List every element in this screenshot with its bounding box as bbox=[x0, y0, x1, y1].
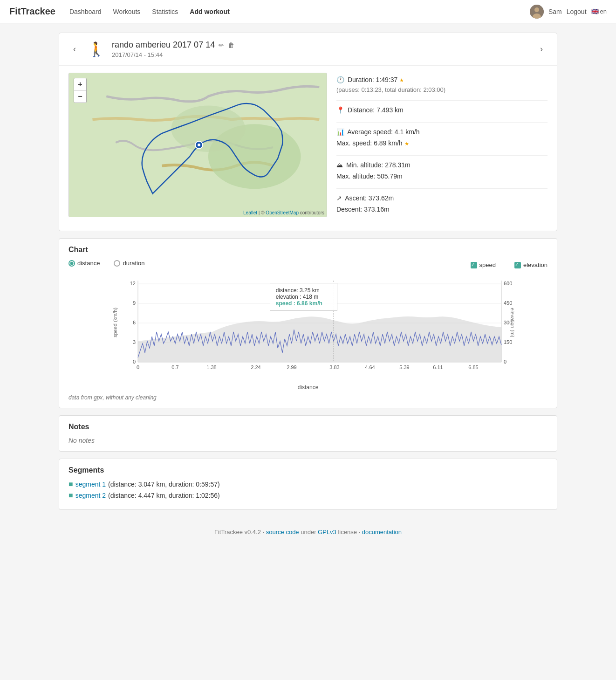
leaflet-link[interactable]: Leaflet bbox=[243, 210, 257, 215]
elevation-group: ↗ Ascent: 373.62m Descent: 373.16m bbox=[336, 193, 548, 214]
max-speed-line: Max. speed: 6.89 km/h ★ bbox=[336, 138, 548, 148]
footer: FitTrackee v0.4.2 · source code under GP… bbox=[0, 519, 616, 545]
stats-panel: 🕐 Duration: 1:49:37 ★ (pauses: 0:13:23, … bbox=[336, 73, 548, 224]
elevation-checkbox-label: elevation bbox=[523, 261, 548, 268]
speed-checkbox[interactable] bbox=[471, 262, 477, 268]
nav-links: Dashboard Workouts Statistics Add workou… bbox=[65, 6, 530, 18]
nav-workouts[interactable]: Workouts bbox=[108, 6, 145, 18]
svg-text:0: 0 bbox=[504, 359, 506, 364]
duration-radio-group[interactable]: duration bbox=[114, 260, 144, 267]
segments-title: Segments bbox=[68, 466, 548, 474]
brand-logo[interactable]: FitTrackee bbox=[9, 6, 55, 17]
segment-1-link[interactable]: segment 1 bbox=[75, 481, 106, 488]
speed-checkbox-group[interactable]: speed bbox=[471, 261, 496, 268]
distance-radio-group[interactable]: distance bbox=[68, 260, 100, 267]
elevation-checkbox-group[interactable]: elevation bbox=[514, 261, 548, 268]
distance-radio[interactable] bbox=[68, 260, 75, 267]
edit-icon[interactable]: ✏ bbox=[219, 41, 224, 49]
chart-section: Chart distance duration speed eleva bbox=[59, 238, 557, 408]
contributors-text: contributors bbox=[300, 210, 324, 215]
chart-title: Chart bbox=[68, 246, 548, 254]
divider-4 bbox=[336, 188, 548, 189]
svg-text:450: 450 bbox=[504, 300, 512, 306]
chart-area: 0 3 6 9 12 0 150 300 450 600 0 0.7 1.38 … bbox=[68, 276, 548, 383]
speed-icon: 📊 bbox=[336, 128, 344, 136]
chart-controls: distance duration bbox=[68, 260, 144, 267]
star-icon-speed: ★ bbox=[404, 141, 409, 146]
nav-dashboard[interactable]: Dashboard bbox=[65, 6, 106, 18]
avg-speed-label: Average speed: 4.1 km/h bbox=[347, 128, 419, 136]
notes-content: No notes bbox=[68, 437, 548, 444]
svg-text:600: 600 bbox=[504, 281, 512, 286]
segment-item-1: ■ segment 1 (distance: 3.047 km, duratio… bbox=[68, 480, 548, 488]
nav-username[interactable]: Sam bbox=[548, 8, 562, 15]
elevation-checkbox[interactable] bbox=[514, 262, 521, 268]
workout-header: ‹ 🚶 rando amberieu 2017 07 14 ✏ 🗑 2017/0… bbox=[59, 33, 557, 66]
main-container: ‹ 🚶 rando amberieu 2017 07 14 ✏ 🗑 2017/0… bbox=[52, 33, 564, 510]
nav-statistics[interactable]: Statistics bbox=[147, 6, 183, 18]
svg-text:1.38: 1.38 bbox=[206, 364, 216, 370]
svg-text:5.39: 5.39 bbox=[399, 364, 409, 370]
duration-note: (pauses: 0:13:23, total duration: 2:03:0… bbox=[336, 86, 548, 93]
zoom-in-button[interactable]: + bbox=[74, 78, 86, 90]
delete-icon[interactable]: 🗑 bbox=[228, 41, 234, 49]
divider-2 bbox=[336, 122, 548, 123]
workout-title: rando amberieu 2017 07 14 ✏ 🗑 bbox=[112, 40, 535, 50]
map-attribution: Leaflet | © OpenStreetMap contributors bbox=[243, 210, 324, 215]
license-link[interactable]: GPLv3 bbox=[318, 529, 336, 536]
svg-text:0: 0 bbox=[137, 364, 139, 370]
min-alt-line: ⛰ Min. altitude: 278.31m bbox=[336, 160, 548, 170]
svg-point-1 bbox=[534, 7, 539, 12]
x-axis-label: distance bbox=[68, 384, 548, 391]
max-alt-line: Max. altitude: 505.79m bbox=[336, 172, 548, 181]
svg-text:9: 9 bbox=[133, 300, 136, 306]
svg-text:3: 3 bbox=[133, 339, 136, 345]
distance-label: Distance: 7.493 km bbox=[348, 106, 404, 114]
speed-checkbox-label: speed bbox=[479, 261, 496, 268]
svg-point-7 bbox=[198, 144, 200, 146]
prev-workout-button[interactable]: ‹ bbox=[68, 42, 81, 56]
svg-text:12: 12 bbox=[130, 281, 136, 286]
source-code-link[interactable]: source code bbox=[266, 529, 299, 536]
segment-2-link[interactable]: segment 2 bbox=[75, 492, 106, 499]
distance-group: 📍 Distance: 7.493 km bbox=[336, 105, 548, 115]
map-container[interactable]: + − Leaflet | © OpenStreetMap contributo… bbox=[68, 73, 327, 217]
ascent-label: Ascent: 373.62m bbox=[345, 194, 394, 202]
duration-label: Duration: 1:49:37 bbox=[348, 76, 397, 83]
duration-radio-label: duration bbox=[123, 260, 144, 267]
svg-text:elevation (m): elevation (m) bbox=[510, 308, 515, 337]
svg-point-5 bbox=[171, 106, 245, 152]
notes-section: Notes No notes bbox=[59, 415, 557, 452]
zoom-out-button[interactable]: − bbox=[74, 90, 86, 103]
svg-text:4.64: 4.64 bbox=[365, 364, 375, 370]
avatar bbox=[530, 5, 544, 19]
speed-group: 📊 Average speed: 4.1 km/h Max. speed: 6.… bbox=[336, 127, 548, 148]
osm-link[interactable]: OpenStreetMap bbox=[266, 210, 299, 215]
duration-radio[interactable] bbox=[114, 260, 120, 267]
nav-add-workout[interactable]: Add workout bbox=[185, 6, 234, 18]
svg-text:6.11: 6.11 bbox=[433, 364, 443, 370]
segment-2-detail: (distance: 4.447 km, duration: 1:02:56) bbox=[108, 492, 220, 499]
map-zoom-controls[interactable]: + − bbox=[74, 78, 87, 103]
map-placeholder: + − Leaflet | © OpenStreetMap contributo… bbox=[69, 73, 327, 217]
nav-logout[interactable]: Logout bbox=[567, 8, 587, 15]
segment-1-detail: (distance: 3.047 km, duration: 0:59:57) bbox=[108, 481, 220, 488]
segment-item-2: ■ segment 2 (distance: 4.447 km, duratio… bbox=[68, 491, 548, 500]
workout-body: + − Leaflet | © OpenStreetMap contributo… bbox=[59, 66, 557, 231]
clock-icon: 🕐 bbox=[336, 76, 344, 83]
chart-note: data from gpx, without any cleaning bbox=[68, 394, 548, 401]
lang-code: en bbox=[600, 8, 607, 15]
workout-title-text: rando amberieu 2017 07 14 bbox=[112, 40, 215, 50]
documentation-link[interactable]: documentation bbox=[362, 529, 402, 536]
descent-label: Descent: 373.16m bbox=[336, 206, 390, 213]
segments-section: Segments ■ segment 1 (distance: 3.047 km… bbox=[59, 459, 557, 510]
navbar: FitTrackee Dashboard Workouts Statistics… bbox=[0, 0, 616, 23]
duration-line: 🕐 Duration: 1:49:37 ★ bbox=[336, 75, 548, 85]
next-workout-button[interactable]: › bbox=[535, 42, 548, 56]
flag-icon: 🇬🇧 bbox=[591, 8, 599, 15]
distance-icon: 📍 bbox=[336, 106, 344, 114]
distance-radio-label: distance bbox=[77, 260, 100, 267]
altitude-icon: ⛰ bbox=[336, 161, 343, 169]
duration-group: 🕐 Duration: 1:49:37 ★ (pauses: 0:13:23, … bbox=[336, 75, 548, 93]
lang-selector[interactable]: 🇬🇧 en bbox=[591, 8, 607, 15]
